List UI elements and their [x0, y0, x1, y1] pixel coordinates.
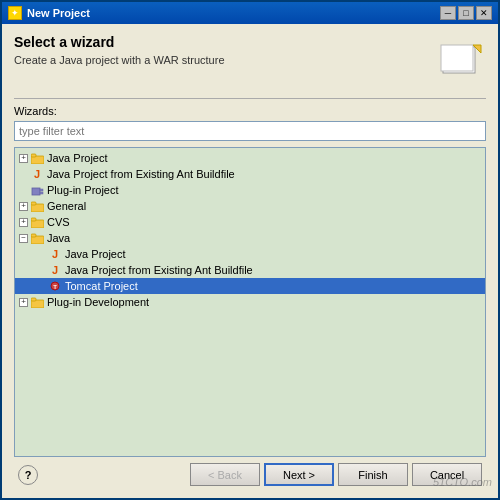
- title-bar-left: ✦ New Project: [8, 6, 90, 20]
- tree-item-plugin-dev[interactable]: + Plug-in Development: [15, 294, 485, 310]
- help-button[interactable]: ?: [18, 465, 38, 485]
- folder-icon: [30, 295, 44, 309]
- svg-rect-17: [31, 298, 36, 301]
- java-icon: J: [48, 247, 62, 261]
- java-icon: J: [48, 263, 62, 277]
- tree-item-java-folder[interactable]: − Java: [15, 230, 485, 246]
- expand-spacer: [19, 170, 28, 179]
- wizard-tree[interactable]: + Java Project J Java Project from Exist…: [14, 147, 486, 457]
- close-button[interactable]: ✕: [476, 6, 492, 20]
- expand-icon[interactable]: +: [19, 154, 28, 163]
- tree-item-cvs[interactable]: + CVS: [15, 214, 485, 230]
- folder-icon: [30, 215, 44, 229]
- tree-item-label: Java Project: [47, 152, 108, 164]
- tree-item-label: Plug-in Development: [47, 296, 149, 308]
- expand-spacer: [37, 250, 46, 259]
- header-section: Select a wizard Create a Java project wi…: [14, 34, 486, 84]
- expand-spacer: [37, 282, 46, 291]
- expand-icon[interactable]: +: [19, 202, 28, 211]
- tree-item-general[interactable]: + General: [15, 198, 485, 214]
- tree-item-label: Java Project from Existing Ant Buildfile: [47, 168, 235, 180]
- tomcat-icon: T: [48, 279, 62, 293]
- tree-item-label: Java Project: [65, 248, 126, 260]
- window-icon: ✦: [8, 6, 22, 20]
- filter-input[interactable]: [14, 121, 486, 141]
- svg-rect-13: [31, 234, 36, 237]
- folder-icon: [30, 151, 44, 165]
- svg-rect-9: [31, 202, 36, 205]
- header-text: Select a wizard Create a Java project wi…: [14, 34, 225, 66]
- svg-rect-11: [31, 218, 36, 221]
- minimize-button[interactable]: ─: [440, 6, 456, 20]
- expand-spacer: [37, 266, 46, 275]
- tree-item-label: Java Project from Existing Ant Buildfile: [65, 264, 253, 276]
- expand-icon[interactable]: +: [19, 218, 28, 227]
- header-divider: [14, 98, 486, 99]
- folder-open-icon: [30, 231, 44, 245]
- svg-rect-7: [40, 192, 43, 194]
- svg-text:T: T: [53, 284, 57, 290]
- tree-item-java-project-top[interactable]: + Java Project: [15, 150, 485, 166]
- title-bar: ✦ New Project ─ □ ✕: [2, 2, 498, 24]
- svg-rect-1: [441, 45, 473, 71]
- svg-rect-6: [40, 189, 43, 191]
- tree-item-label: General: [47, 200, 86, 212]
- svg-rect-5: [32, 188, 40, 195]
- finish-button[interactable]: Finish: [338, 463, 408, 486]
- dialog-subtitle: Create a Java project with a WAR structu…: [14, 54, 225, 66]
- tree-item-ant-buildfile-top[interactable]: J Java Project from Existing Ant Buildfi…: [15, 166, 485, 182]
- back-button[interactable]: < Back: [190, 463, 260, 486]
- tree-item-plugin-project[interactable]: Plug-in Project: [15, 182, 485, 198]
- tree-item-label: Java: [47, 232, 70, 244]
- bottom-left: ?: [18, 465, 38, 485]
- tree-item-java-project-child[interactable]: J Java Project: [15, 246, 485, 262]
- tree-item-label: CVS: [47, 216, 70, 228]
- folder-icon: [30, 199, 44, 213]
- wizards-label: Wizards:: [14, 105, 486, 117]
- new-project-dialog: ✦ New Project ─ □ ✕ Select a wizard Crea…: [0, 0, 500, 500]
- expand-spacer: [19, 186, 28, 195]
- window-body: Select a wizard Create a Java project wi…: [2, 24, 498, 498]
- expand-icon[interactable]: −: [19, 234, 28, 243]
- java-icon: J: [30, 167, 44, 181]
- expand-icon[interactable]: +: [19, 298, 28, 307]
- bottom-bar: ? < Back Next > Finish Cancel: [14, 457, 486, 490]
- tree-item-label: Plug-in Project: [47, 184, 119, 196]
- header-icon: [436, 34, 486, 84]
- tree-item-label: Tomcat Project: [65, 280, 138, 292]
- tree-item-tomcat-project[interactable]: T Tomcat Project: [15, 278, 485, 294]
- plugin-icon: [30, 183, 44, 197]
- title-buttons: ─ □ ✕: [440, 6, 492, 20]
- maximize-button[interactable]: □: [458, 6, 474, 20]
- next-button[interactable]: Next >: [264, 463, 334, 486]
- dialog-title: Select a wizard: [14, 34, 225, 50]
- svg-rect-4: [31, 154, 36, 157]
- watermark: 51CTO.com: [433, 476, 492, 488]
- tree-item-ant-buildfile-child[interactable]: J Java Project from Existing Ant Buildfi…: [15, 262, 485, 278]
- wizard-icon-svg: [439, 37, 483, 81]
- window-title: New Project: [27, 7, 90, 19]
